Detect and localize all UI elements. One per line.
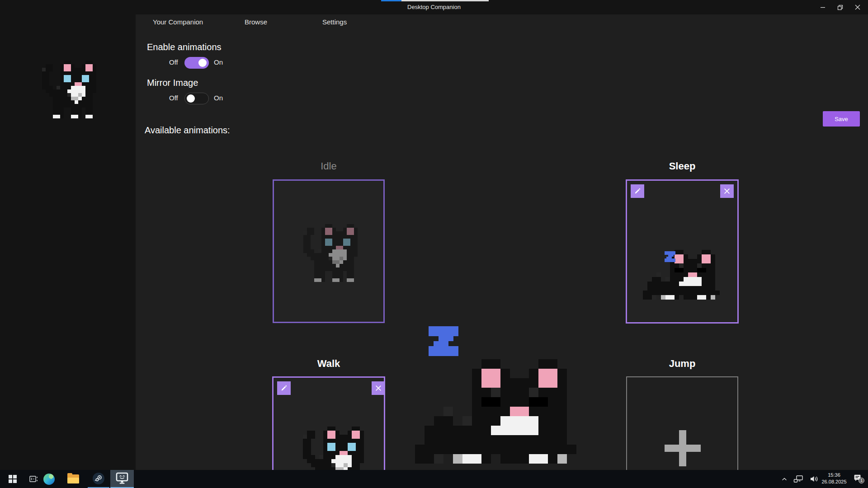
restore-icon	[837, 5, 843, 10]
available-animations-label: Available animations:	[145, 125, 230, 136]
desktop-companion-pet[interactable]	[415, 359, 576, 464]
speaker-icon	[809, 474, 819, 483]
close-icon	[723, 187, 731, 195]
animation-title-jump: Jump	[626, 358, 738, 370]
animation-title-sleep: Sleep	[626, 160, 739, 172]
idle-animation-sprite	[296, 224, 361, 282]
network-tray-button[interactable]	[791, 470, 806, 488]
pencil-icon	[280, 384, 288, 392]
enable-animations-off-label: Off	[169, 58, 178, 66]
notification-badge: 1	[859, 478, 864, 483]
clock-time: 15:36	[819, 472, 849, 479]
network-icon	[793, 474, 803, 483]
steam-icon	[93, 473, 104, 484]
enable-animations-on-label: On	[214, 58, 223, 66]
task-view-icon	[28, 474, 38, 484]
edge-button[interactable]	[40, 470, 58, 488]
close-icon	[855, 5, 860, 10]
toggle-knob	[198, 59, 207, 67]
desktop-companion-app-icon	[115, 472, 129, 485]
steam-button[interactable]	[88, 470, 109, 488]
save-button[interactable]: Save	[823, 111, 860, 127]
tray-expand-button[interactable]	[778, 470, 790, 488]
enable-animations-toggle[interactable]	[184, 57, 209, 69]
mirror-image-toggle[interactable]	[184, 93, 209, 104]
file-explorer-icon	[67, 474, 79, 483]
window-title: Desktop Companion	[0, 4, 868, 10]
top-progress-track	[401, 0, 489, 1]
tab-your-companion[interactable]: Your Companion	[153, 18, 203, 26]
mirror-image-on-label: On	[214, 94, 223, 102]
title-bar: Desktop Companion	[0, 0, 868, 14]
app-window: Desktop Companion Currently Selected Pix…	[0, 0, 868, 488]
tab-browse[interactable]: Browse	[245, 18, 267, 26]
pencil-icon	[633, 187, 642, 195]
file-explorer-button[interactable]	[63, 470, 83, 488]
sleep-animation-sprite	[643, 250, 720, 300]
sleep-z-icon	[665, 251, 675, 262]
mirror-image-label: Mirror Image	[147, 78, 198, 88]
walk-edit-button[interactable]	[277, 381, 291, 395]
animation-title-idle: Idle	[273, 160, 385, 172]
taskbar: 15:36 26.08.2025 1	[0, 470, 868, 488]
desktop-companion-app-button[interactable]	[110, 470, 134, 488]
start-button[interactable]	[4, 470, 22, 488]
close-button[interactable]	[847, 0, 868, 14]
sleep-remove-button[interactable]	[720, 184, 734, 198]
close-icon	[374, 384, 382, 392]
enable-animations-label: Enable animations	[147, 42, 222, 52]
sleep-edit-button[interactable]	[631, 184, 644, 198]
companion-sleep-z-icon	[429, 326, 458, 356]
walk-remove-button[interactable]	[372, 381, 385, 395]
top-progress-blue	[381, 0, 401, 1]
clock-date: 26.08.2025	[819, 479, 849, 485]
minimize-icon	[820, 5, 826, 10]
toggle-knob	[187, 94, 195, 103]
action-center-button[interactable]: 1	[850, 470, 865, 488]
animation-title-walk: Walk	[272, 358, 385, 370]
tab-settings[interactable]: Settings	[322, 18, 347, 26]
companion-preview-sprite	[35, 61, 100, 118]
mirror-image-off-label: Off	[169, 94, 178, 102]
edge-icon	[43, 474, 55, 485]
chevron-up-icon	[781, 475, 788, 483]
windows-logo-icon	[9, 475, 17, 483]
clock[interactable]: 15:36 26.08.2025	[819, 472, 849, 485]
